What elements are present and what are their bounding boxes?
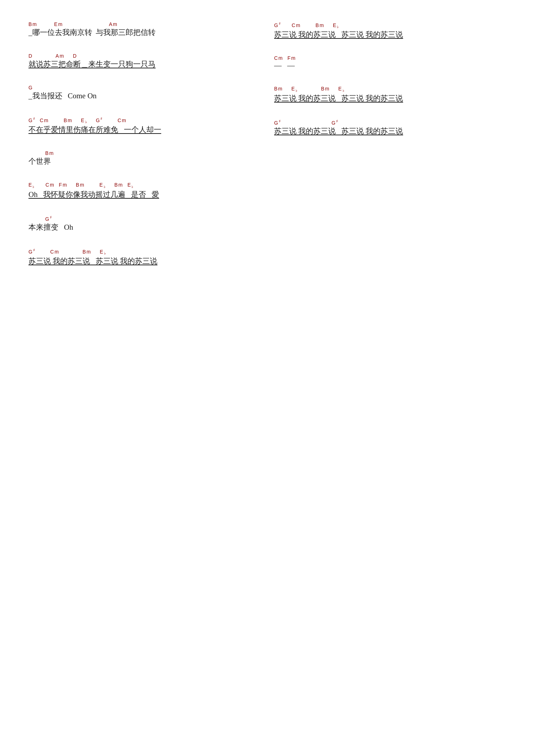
chord-lyric-l6: E♭ Cm Fm Bm E♭ Bm E♭ Oh 我怀疑你像我动摇过几遍 是否 愛 <box>28 182 260 199</box>
chords-l8: G♯ Cm Bm E♭ <box>28 248 260 256</box>
section-l4: G♯ Cm Bm E♭ G♯ Cm 不在乎爱情里伤痛在所难免 一个人却一 <box>28 116 260 135</box>
section-r2: Cm Fm — — <box>274 55 506 70</box>
lyrics-r1: 苏三说 我的苏三说 苏三说 我的苏三说 <box>274 30 506 40</box>
lyrics-l6: Oh 我怀疑你像我动摇过几遍 是否 愛 <box>28 189 260 199</box>
page-content: Bm Em Am _哪一位去我南京转 与我那三郎把信转 D Am D 就说苏三把… <box>28 21 506 282</box>
lyrics-l8: 苏三说 我的苏三说 苏三说 我的苏三说 <box>28 256 260 266</box>
lyrics-l4: 不在乎爱情里伤痛在所难免 一个人却一 <box>28 125 260 135</box>
section-l2: D Am D 就说苏三把命断＿来生变一只狗一只马 <box>28 53 260 69</box>
lyrics-l1: _哪一位去我南京转 与我那三郎把信转 <box>28 27 260 37</box>
section-r4: G♯ G♯ 苏三说 我的苏三说 苏三说 我的苏三说 <box>274 119 506 136</box>
lyrics-l3: _我当报还 Come On <box>28 91 260 101</box>
lyrics-r3: 苏三说 我的苏三说 苏三说 我的苏三说 <box>274 93 506 103</box>
section-l1: Bm Em Am _哪一位去我南京转 与我那三郎把信转 <box>28 21 260 37</box>
section-r3: Bm E♭ Bm E♭ 苏三说 我的苏三说 苏三说 我的苏三说 <box>274 86 506 103</box>
chords-l1: Bm Em Am <box>28 21 260 27</box>
chord-lyric-r1: G♯ Cm Bm E♭ 苏三说 我的苏三说 苏三说 我的苏三说 <box>274 21 506 40</box>
chords-l7: G♯ <box>28 215 260 222</box>
lyrics-r2: — — <box>274 61 506 70</box>
chords-l6: E♭ Cm Fm Bm E♭ Bm E♭ <box>28 182 260 189</box>
chord-lyric-r3: Bm E♭ Bm E♭ 苏三说 我的苏三说 苏三说 我的苏三说 <box>274 86 506 103</box>
chord-lyric-l3: G _我当报还 Come On <box>28 85 260 101</box>
chords-l4: G♯ Cm Bm E♭ G♯ Cm <box>28 116 260 124</box>
chord-lyric-r4: G♯ G♯ 苏三说 我的苏三说 苏三说 我的苏三说 <box>274 119 506 136</box>
chord-lyric-l2: D Am D 就说苏三把命断＿来生变一只狗一只马 <box>28 53 260 69</box>
chords-l2: D Am D <box>28 53 260 59</box>
section-l7: G♯ 本来擅变 Oh <box>28 215 260 232</box>
lyrics-l2: 就说苏三把命断＿来生变一只狗一只马 <box>28 59 260 69</box>
chord-lyric-r2: Cm Fm — — <box>274 55 506 70</box>
chords-l5: Bm <box>28 150 260 156</box>
section-r1: G♯ Cm Bm E♭ 苏三说 我的苏三说 苏三说 我的苏三说 <box>274 21 506 40</box>
chords-l3: G <box>28 85 260 90</box>
right-column: G♯ Cm Bm E♭ 苏三说 我的苏三说 苏三说 我的苏三说 Cm Fm — … <box>274 21 506 282</box>
left-column: Bm Em Am _哪一位去我南京转 与我那三郎把信转 D Am D 就说苏三把… <box>28 21 260 282</box>
chords-r4: G♯ G♯ <box>274 119 506 126</box>
chord-lyric-l1: Bm Em Am _哪一位去我南京转 与我那三郎把信转 <box>28 21 260 37</box>
chord-lyric-l5: Bm 个世界 <box>28 150 260 166</box>
section-l6: E♭ Cm Fm Bm E♭ Bm E♭ Oh 我怀疑你像我动摇过几遍 是否 愛 <box>28 182 260 199</box>
lyrics-l7: 本来擅变 Oh <box>28 222 260 232</box>
section-l5: Bm 个世界 <box>28 150 260 166</box>
chords-r3: Bm E♭ Bm E♭ <box>274 86 506 93</box>
lyrics-r4: 苏三说 我的苏三说 苏三说 我的苏三说 <box>274 126 506 136</box>
chords-r2: Cm Fm <box>274 55 506 61</box>
section-l8: G♯ Cm Bm E♭ 苏三说 我的苏三说 苏三说 我的苏三说 <box>28 248 260 266</box>
chord-lyric-l4: G♯ Cm Bm E♭ G♯ Cm 不在乎爱情里伤痛在所难免 一个人却一 <box>28 116 260 135</box>
section-l3: G _我当报还 Come On <box>28 85 260 101</box>
chord-lyric-l7: G♯ 本来擅变 Oh <box>28 215 260 232</box>
lyrics-l5: 个世界 <box>28 156 260 166</box>
chord-lyric-l8: G♯ Cm Bm E♭ 苏三说 我的苏三说 苏三说 我的苏三说 <box>28 248 260 266</box>
chords-r1: G♯ Cm Bm E♭ <box>274 21 506 29</box>
